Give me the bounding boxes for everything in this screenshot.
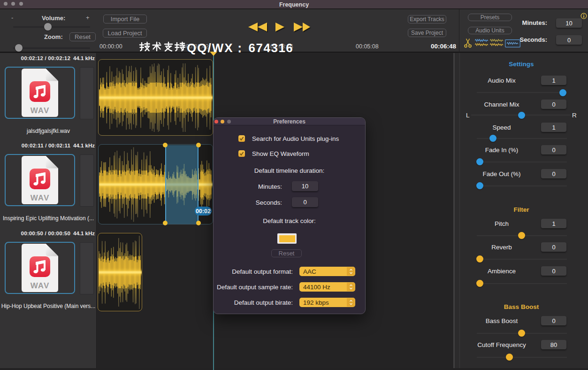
- svg-text:WAV: WAV: [31, 281, 49, 290]
- svg-text:WAV: WAV: [31, 193, 49, 202]
- svg-text:WAV: WAV: [31, 106, 49, 115]
